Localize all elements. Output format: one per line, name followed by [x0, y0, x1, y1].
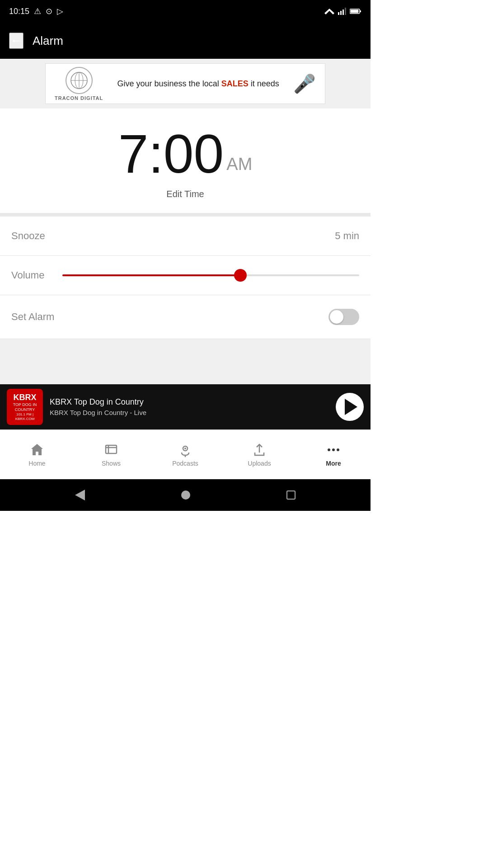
system-home-icon [181, 491, 190, 500]
nav-item-home[interactable]: Home [0, 430, 74, 479]
bottom-nav: Home Shows Podcasts Uploads [0, 429, 371, 479]
station-call-letters: KBRX [13, 393, 36, 403]
page-title: Alarm [33, 34, 63, 48]
set-alarm-label: Set Alarm [11, 311, 54, 323]
svg-rect-2 [340, 11, 342, 15]
status-left: 10:15 ⚠ ⊙ ▷ [9, 6, 63, 16]
play-icon [345, 399, 357, 415]
uploads-icon [252, 443, 267, 457]
status-bar: 10:15 ⚠ ⊙ ▷ [0, 0, 371, 23]
divider-1 [0, 213, 371, 217]
nav-label-more: More [326, 460, 341, 467]
snooze-label: Snooze [11, 230, 45, 242]
svg-point-18 [328, 448, 330, 451]
snooze-value: 5 min [335, 230, 359, 242]
now-playing-title: KBRX Top Dog in Country [50, 397, 329, 407]
ad-logo: TRACON DIGITAL [55, 67, 103, 101]
home-icon [30, 443, 44, 457]
svg-point-20 [337, 448, 339, 451]
station-tagline: TOP DOG IN COUNTRY [7, 402, 43, 412]
volume-label: Volume [11, 269, 44, 281]
svg-point-17 [184, 448, 186, 449]
target-icon: ⊙ [46, 6, 52, 16]
nav-label-shows: Shows [102, 460, 121, 467]
wifi-icon [324, 8, 334, 15]
system-back-icon [75, 490, 85, 500]
nav-label-uploads: Uploads [248, 460, 271, 467]
system-nav [0, 479, 371, 511]
set-alarm-row[interactable]: Set Alarm [0, 295, 371, 339]
svg-rect-7 [351, 10, 359, 13]
slider-track [62, 274, 359, 276]
station-freq: 101.1 FM | KBRX.COM [7, 412, 43, 421]
ad-logo-circle [66, 67, 93, 94]
now-playing-subtitle: KBRX Top Dog in Country - Live [50, 409, 329, 416]
svg-rect-6 [360, 10, 361, 12]
svg-rect-4 [345, 8, 346, 15]
signal-icon [338, 8, 346, 15]
ad-text-after: it needs [249, 79, 279, 88]
system-recents-button[interactable] [286, 491, 296, 500]
gray-section [0, 339, 371, 384]
alert-icon: ⚠ [34, 6, 41, 16]
more-icon [326, 443, 341, 457]
now-playing-info: KBRX Top Dog in Country KBRX Top Dog in … [50, 397, 329, 416]
playstore-icon: ▷ [57, 6, 63, 16]
alarm-minutes: 00 [164, 127, 224, 181]
shows-icon [104, 443, 118, 457]
ad-text-before: Give your business the local [117, 79, 221, 88]
settings-section: Snooze 5 min Volume Set Alarm [0, 217, 371, 339]
back-button[interactable]: ← [9, 33, 23, 49]
play-button[interactable] [336, 393, 364, 421]
system-back-button[interactable] [75, 490, 85, 500]
status-time: 10:15 [9, 7, 29, 16]
slider-thumb[interactable] [234, 269, 247, 282]
slider-fill [62, 274, 246, 276]
ad-inner: TRACON DIGITAL Give your business the lo… [45, 63, 325, 104]
podcasts-icon [178, 443, 192, 457]
alarm-hour: 7 [118, 127, 149, 181]
snooze-row[interactable]: Snooze 5 min [0, 217, 371, 256]
system-home-button[interactable] [181, 491, 190, 500]
alarm-period: AM [226, 156, 252, 173]
nav-item-uploads[interactable]: Uploads [222, 430, 296, 479]
now-playing-bar[interactable]: KBRX TOP DOG IN COUNTRY 101.1 FM | KBRX.… [0, 384, 371, 429]
system-recents-icon [286, 491, 296, 500]
volume-slider-container[interactable] [62, 271, 359, 280]
station-logo: KBRX TOP DOG IN COUNTRY 101.1 FM | KBRX.… [7, 389, 43, 425]
nav-item-more[interactable]: More [296, 430, 371, 479]
svg-rect-12 [106, 445, 117, 453]
svg-rect-3 [343, 9, 344, 15]
alarm-colon: : [148, 127, 163, 181]
nav-label-home: Home [28, 460, 45, 467]
nav-item-shows[interactable]: Shows [74, 430, 148, 479]
battery-icon [350, 8, 361, 14]
nav-label-podcasts: Podcasts [172, 460, 198, 467]
ad-banner[interactable]: TRACON DIGITAL Give your business the lo… [0, 59, 371, 108]
alarm-time-display: 7 : 00 AM [9, 127, 361, 181]
ad-text-highlight: SALES [221, 79, 249, 88]
toggle-thumb [330, 310, 343, 324]
ad-text: Give your business the local SALES it ne… [103, 79, 293, 89]
edit-time-button[interactable]: Edit Time [166, 189, 204, 199]
set-alarm-toggle[interactable] [328, 309, 359, 325]
svg-point-19 [332, 448, 335, 451]
status-right [324, 8, 361, 15]
nav-item-podcasts[interactable]: Podcasts [148, 430, 222, 479]
volume-row: Volume [0, 256, 371, 295]
svg-rect-1 [338, 12, 339, 15]
ad-mic-icon: 🎤 [293, 73, 316, 94]
top-bar: ← Alarm [0, 23, 371, 59]
alarm-time-section: 7 : 00 AM Edit Time [0, 108, 371, 199]
ad-logo-text: TRACON DIGITAL [55, 95, 103, 101]
svg-marker-0 [324, 9, 334, 14]
toggle-track [328, 309, 359, 325]
